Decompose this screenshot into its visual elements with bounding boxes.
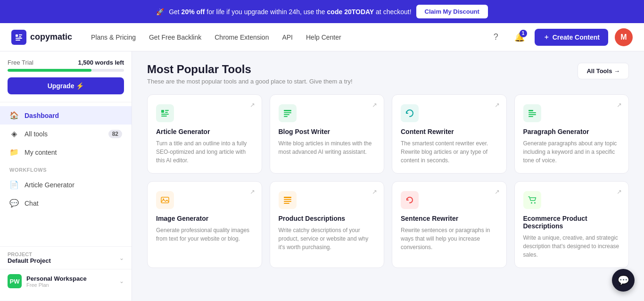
expand-icon: ↗	[372, 188, 377, 195]
expand-icon: ↗	[250, 101, 255, 109]
svg-rect-14	[528, 110, 533, 111]
page-subtitle: These are the most popular tools and a g…	[147, 78, 353, 85]
workspace-chevron-icon: ⌄	[119, 278, 124, 284]
user-avatar[interactable]: M	[615, 28, 633, 46]
svg-rect-13	[284, 116, 288, 117]
workflows-label: Workflows	[0, 161, 132, 176]
sidebar-item-all-tools[interactable]: ◈ All tools 82	[0, 125, 132, 143]
sidebar-article-gen-label: Article Generator	[25, 181, 74, 189]
nav-free-backlink[interactable]: Get Free Backlink	[149, 33, 201, 41]
dashboard-icon: 🏠	[9, 111, 19, 120]
svg-rect-4	[16, 40, 20, 41]
claim-discount-button[interactable]: Claim My Discount	[416, 5, 488, 18]
banner-rocket-icon: 🚀	[156, 8, 164, 16]
sidebar-item-chat[interactable]: 💬 Chat	[0, 194, 132, 212]
workspace-section[interactable]: PW Personal Workspace Free Plan ⌄	[0, 269, 132, 293]
sidebar-item-dashboard[interactable]: 🏠 Dashboard	[0, 106, 132, 125]
svg-point-25	[534, 202, 536, 204]
svg-rect-0	[16, 34, 18, 37]
blog-post-tool-icon	[279, 104, 297, 122]
tool-card-ecommerce-product[interactable]: ↗ Ecommerce Product Descriptions Write a…	[514, 181, 629, 268]
logo[interactable]: copymatic	[11, 30, 72, 45]
banner-text: Get 20% off for life if you upgrade with…	[169, 8, 411, 16]
svg-rect-5	[161, 110, 164, 113]
banner-code: code 20TODAY	[327, 8, 374, 16]
tool-card-article-generator[interactable]: ↗ Article Generator Turn a title and an …	[147, 94, 262, 174]
svg-rect-16	[528, 114, 536, 115]
project-info: PROJECT Default Project	[8, 251, 51, 264]
svg-rect-10	[284, 110, 291, 111]
svg-rect-7	[165, 112, 168, 113]
svg-rect-17	[528, 116, 533, 117]
all-tools-badge: 82	[108, 130, 122, 138]
article-gen-tool-icon	[156, 104, 174, 122]
nav-chrome-extension[interactable]: Chrome Extension	[215, 33, 269, 41]
upgrade-button[interactable]: Upgrade ⚡	[8, 77, 124, 94]
logo-text: copymatic	[30, 32, 72, 42]
help-icon-button[interactable]: ?	[487, 29, 504, 46]
svg-point-24	[531, 202, 532, 204]
tool-name-paragraph-generator: Paragraph Generator	[523, 128, 620, 135]
tools-grid: ↗ Article Generator Turn a title and an …	[147, 94, 629, 268]
sidebar-dashboard-label: Dashboard	[25, 112, 59, 119]
product-desc-tool-icon	[279, 191, 297, 209]
workspace-avatar: PW	[8, 274, 22, 288]
tool-card-image-generator[interactable]: ↗ Image Generator Generate professional …	[147, 181, 262, 268]
nav-help-center[interactable]: Help Center	[306, 33, 341, 41]
chat-icon: 💬	[9, 199, 19, 208]
nav-links: Plans & Pricing Get Free Backlink Chrome…	[91, 33, 472, 41]
tool-desc-paragraph-generator: Generate paragraphs about any topic incl…	[523, 139, 620, 165]
nav-api[interactable]: API	[282, 33, 293, 41]
svg-rect-11	[284, 112, 291, 113]
progress-fill	[8, 69, 91, 72]
sidebar-chat-label: Chat	[25, 200, 39, 207]
content-rewriter-tool-icon	[401, 104, 419, 122]
trial-header: Free Trial 1,500 words left	[8, 59, 124, 66]
article-gen-icon: 📄	[9, 180, 19, 189]
sidebar-item-my-content[interactable]: 📁 My content	[0, 143, 132, 161]
plus-icon: ＋	[543, 33, 550, 42]
svg-rect-18	[161, 197, 169, 203]
all-tools-button[interactable]: All Tools →	[578, 63, 629, 79]
ecommerce-tool-icon	[523, 191, 541, 209]
expand-icon: ↗	[617, 101, 622, 109]
expand-icon: ↗	[617, 188, 622, 195]
tool-name-blog-post-writer: Blog Post Writer	[279, 128, 376, 135]
page-header: Most Popular Tools These are the most po…	[147, 63, 629, 85]
chat-bubble-button[interactable]: 💬	[612, 269, 635, 292]
progress-bar	[8, 69, 124, 72]
nav-plans-pricing[interactable]: Plans & Pricing	[91, 33, 136, 41]
svg-rect-23	[284, 203, 289, 204]
tool-card-blog-post-writer[interactable]: ↗ Blog Post Writer Write blog articles i…	[270, 94, 385, 174]
workspace-role: Free Plan	[26, 282, 115, 288]
tool-card-sentence-rewriter[interactable]: ↗ Sentence Rewriter Rewrite sentences or…	[392, 181, 507, 268]
workspace-name: Personal Workspace	[26, 275, 115, 282]
expand-icon: ↗	[495, 101, 500, 109]
tool-desc-ecommerce-product: Write a unique, creative, and strategic …	[523, 234, 620, 259]
expand-icon: ↗	[495, 188, 500, 195]
promo-banner: 🚀 Get 20% off for life if you upgrade wi…	[0, 0, 644, 23]
svg-rect-15	[528, 112, 536, 113]
tool-card-product-descriptions[interactable]: ↗ Product Descriptions Write catchy desc…	[270, 181, 385, 268]
nav-right: ? 🔔 1 ＋ Create Content M	[487, 28, 633, 46]
page-title-section: Most Popular Tools These are the most po…	[147, 63, 353, 85]
navbar: copymatic Plans & Pricing Get Free Backl…	[0, 23, 644, 51]
svg-rect-1	[19, 34, 22, 35]
sidebar-my-content-label: My content	[25, 149, 57, 156]
tool-name-sentence-rewriter: Sentence Rewriter	[401, 215, 498, 222]
tool-card-paragraph-generator[interactable]: ↗ Paragraph Generator Generate paragraph…	[514, 94, 629, 174]
all-tools-icon: ◈	[9, 129, 19, 138]
project-chevron-icon: ⌄	[119, 255, 124, 261]
main-content: Most Popular Tools These are the most po…	[132, 51, 644, 301]
sidebar-item-article-generator[interactable]: 📄 Article Generator	[0, 176, 132, 194]
create-content-button[interactable]: ＋ Create Content	[535, 29, 608, 46]
notifications-button[interactable]: 🔔 1	[511, 29, 528, 46]
tool-desc-article-generator: Turn a title and an outline into a fully…	[156, 139, 253, 165]
project-section[interactable]: PROJECT Default Project ⌄	[0, 246, 132, 269]
image-gen-tool-icon	[156, 191, 174, 209]
tool-card-content-rewriter[interactable]: ↗ Content Rewriter The smartest content …	[392, 94, 507, 174]
workspace-info: Personal Workspace Free Plan	[26, 275, 115, 288]
expand-icon: ↗	[372, 101, 377, 109]
svg-rect-21	[284, 199, 291, 200]
tool-desc-blog-post-writer: Write blog articles in minutes with the …	[279, 139, 376, 156]
